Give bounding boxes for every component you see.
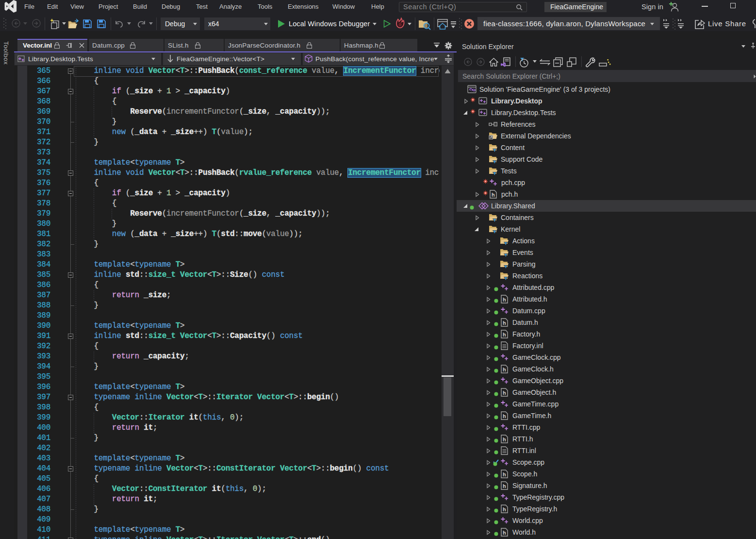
svg-text:h: h: [503, 390, 506, 396]
svg-text:h: h: [492, 192, 495, 198]
svg-text:h: h: [503, 367, 506, 372]
svg-text:h: h: [503, 297, 506, 303]
svg-text:h: h: [503, 413, 506, 419]
svg-text:h: h: [503, 472, 506, 477]
svg-text:h: h: [503, 506, 506, 512]
svg-text:h: h: [503, 320, 506, 326]
svg-text:h: h: [503, 437, 506, 442]
svg-text:h: h: [503, 483, 506, 489]
svg-text:h: h: [503, 530, 506, 536]
svg-text:h: h: [503, 332, 506, 337]
